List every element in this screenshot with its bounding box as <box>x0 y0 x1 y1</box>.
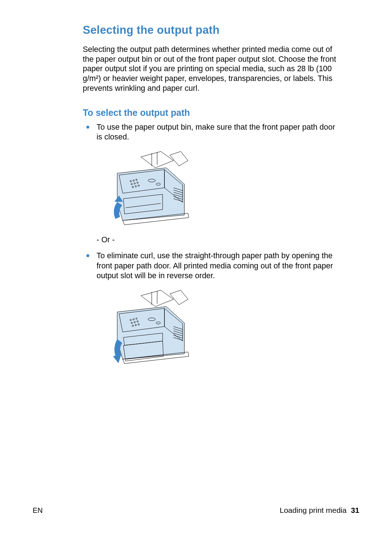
bullet-item-1: To use the paper output bin, make sure t… <box>83 122 337 142</box>
intro-paragraph: Selecting the output path determines whe… <box>83 45 337 93</box>
bullet-icon <box>86 126 89 129</box>
main-content: Selecting the output path Selecting the … <box>83 24 337 374</box>
footer-page-number: 31 <box>351 506 359 514</box>
footer-section: Loading print media 31 <box>280 506 360 515</box>
bullet-text-1: To use the paper output bin, make sure t… <box>97 122 337 142</box>
page-footer: EN Loading print media 31 <box>33 506 359 515</box>
svg-marker-19 <box>117 307 184 359</box>
bullet-text-2: To eliminate curl, use the straight-thro… <box>97 251 337 280</box>
bullet-item-2: To eliminate curl, use the straight-thro… <box>83 251 337 280</box>
section-heading: Selecting the output path <box>83 24 337 37</box>
svg-marker-0 <box>117 168 184 220</box>
bullet-icon <box>86 254 89 257</box>
or-separator: - Or - <box>97 235 337 244</box>
printer-illustration-closed <box>97 148 199 230</box>
printer-illustration-open <box>97 287 199 368</box>
footer-section-title: Loading print media <box>280 506 347 514</box>
svg-marker-37 <box>113 354 121 363</box>
document-page: Selecting the output path Selecting the … <box>0 0 392 543</box>
subsection-heading: To select the output path <box>83 108 337 118</box>
footer-language: EN <box>33 506 43 515</box>
